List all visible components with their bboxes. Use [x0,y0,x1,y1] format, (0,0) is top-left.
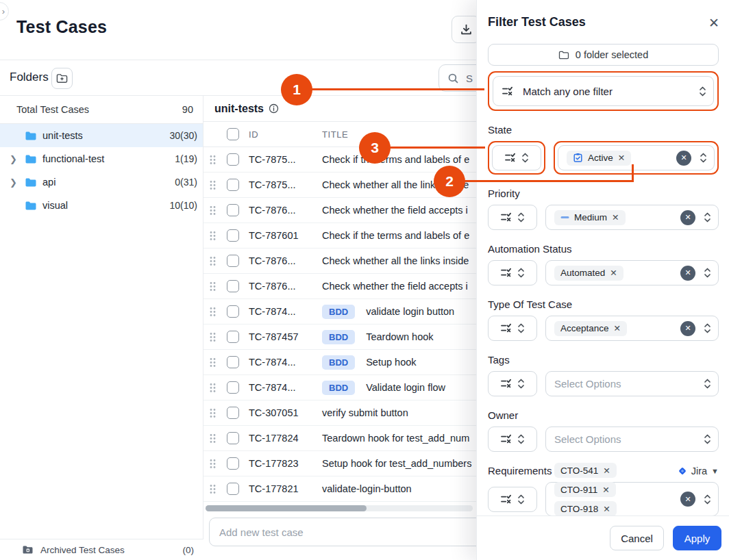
selected-chips: CTO-541✕CTO-911✕CTO-918✕CTO-946✕ [554,463,675,516]
drag-handle-icon[interactable] [210,433,221,444]
table-folder-title: unit-tests [214,103,264,115]
drag-handle-icon[interactable] [210,231,221,241]
apply-button[interactable]: Apply [673,526,721,550]
filter-panel-title: Filter Test Cases [488,15,586,29]
filter-row: Select Options [488,371,719,396]
table-row[interactable]: TC-7874...BDDvalidate login button [203,299,476,324]
sidebar-folder-visual[interactable]: visual10(10) [0,194,203,217]
match-type-mini-select[interactable] [492,145,541,170]
table-row[interactable]: TC-7874...BDDSetup hook [203,350,476,375]
archived-test-cases-row[interactable]: Archived Test Cases (0) [0,539,203,560]
filter-value-select[interactable]: Acceptance✕✕ [545,316,719,341]
remove-chip-icon[interactable]: ✕ [603,504,610,514]
row-checkbox[interactable] [227,229,239,242]
drag-handle-icon[interactable] [210,408,221,418]
jira-integration-select[interactable]: Jira▼ [678,466,719,476]
remove-chip-icon[interactable]: ✕ [612,212,619,222]
match-type-mini-select[interactable] [488,371,537,396]
remove-chip-icon[interactable]: ✕ [618,153,625,163]
test-case-title: BDDValidate login flow [322,381,445,395]
match-type-mini-select[interactable] [488,316,537,341]
expand-chevron-icon[interactable]: ❯ [10,154,25,164]
table-row[interactable]: TC-7876...Check whether the field accept… [203,274,476,299]
drag-handle-icon[interactable] [210,307,221,317]
row-checkbox[interactable] [227,331,239,343]
clear-all-icon[interactable]: ✕ [680,492,695,507]
remove-chip-icon[interactable]: ✕ [603,466,610,476]
match-type-mini-select[interactable] [488,487,537,512]
drag-handle-icon[interactable] [210,205,221,216]
folders-toolbar: Folders S [0,60,476,96]
filter-value-select[interactable]: Select Options [545,427,719,452]
filter-value-select[interactable]: Select Options [545,371,719,396]
table-row[interactable]: TC-7875...Check if the terms and labels … [203,147,476,173]
row-checkbox[interactable] [227,356,239,368]
filter-value-select[interactable]: Medium✕✕ [545,205,719,230]
remove-chip-icon[interactable]: ✕ [614,323,621,333]
filter-label: Type Of Test Case [488,298,572,310]
scrollbar-thumb[interactable] [206,505,367,511]
table-row[interactable]: TC-7874...BDDValidate login flow [203,375,476,400]
clear-all-icon[interactable]: ✕ [676,151,691,166]
filter-value-select[interactable]: Active✕✕ [558,145,715,170]
clear-all-icon[interactable]: ✕ [680,321,695,336]
match-filter-select[interactable]: Match any one filter [493,76,714,106]
table-row[interactable]: TC-177821validate-login-button [203,476,476,502]
select-all-checkbox[interactable] [227,128,239,140]
filter-value-select[interactable]: Automated✕✕ [545,260,719,285]
drag-handle-icon[interactable] [210,281,221,292]
drag-handle-icon[interactable] [210,357,221,368]
chevron-updown-icon [517,322,525,334]
match-type-mini-select[interactable] [488,205,537,230]
filter-value-select[interactable]: CTO-541✕CTO-911✕CTO-918✕CTO-946✕✕ [545,482,719,516]
drag-handle-icon[interactable] [210,383,221,393]
match-type-mini-select[interactable] [488,427,537,452]
sidebar-folder-unit-tests[interactable]: unit-tests30(30) [0,124,203,147]
sidebar-folder-api[interactable]: ❯api0(31) [0,170,203,194]
drag-handle-icon[interactable] [210,484,221,494]
match-type-mini-select[interactable] [488,260,537,285]
drag-handle-icon[interactable] [210,332,221,342]
sidebar-folder-functional-test[interactable]: ❯functional-test1(19) [0,147,203,170]
row-checkbox[interactable] [227,305,239,318]
selected-chips: Active✕ [567,151,671,166]
drag-handle-icon[interactable] [210,155,221,165]
row-checkbox[interactable] [227,153,239,166]
cancel-button[interactable]: Cancel [610,526,664,550]
clear-all-icon[interactable]: ✕ [680,210,695,225]
row-checkbox[interactable] [227,255,239,267]
row-checkbox[interactable] [227,280,239,292]
info-icon[interactable] [269,103,279,114]
chevron-updown-icon [700,152,707,164]
drag-handle-icon[interactable] [210,180,221,190]
expand-chevron-icon[interactable]: ❯ [10,177,25,188]
close-icon[interactable]: ✕ [708,15,719,31]
row-checkbox[interactable] [227,179,239,191]
table-row[interactable]: TC-787601Check if the terms and labels o… [203,223,476,249]
table-row[interactable]: TC-787457BDDTeardown hook [203,324,476,350]
drag-handle-icon[interactable] [210,256,221,266]
row-checkbox[interactable] [227,381,239,394]
clear-all-icon[interactable]: ✕ [680,266,695,281]
collapse-sidebar-button[interactable]: › [0,2,9,21]
table-row[interactable]: TC-177824Teardown hook for test_add_num [203,426,476,451]
horizontal-scrollbar[interactable] [206,505,473,511]
row-checkbox[interactable] [227,483,239,495]
remove-chip-icon[interactable]: ✕ [602,485,609,495]
table-row[interactable]: TC-307051verify submit button [203,400,476,426]
row-checkbox[interactable] [227,204,239,216]
table-row[interactable]: TC-7876...Check whether all the links in… [203,249,476,274]
row-checkbox[interactable] [227,407,239,419]
filter-chip: Active✕ [567,151,631,166]
remove-chip-icon[interactable]: ✕ [610,268,617,278]
priority-medium-icon [560,216,569,219]
folder-selected-button[interactable]: 0 folder selected [488,44,719,66]
row-checkbox[interactable] [227,457,239,470]
add-new-test-case-input[interactable]: Add new test case [209,518,476,546]
chevron-updown-icon [704,494,711,505]
row-checkbox[interactable] [227,432,239,444]
table-row[interactable]: TC-7876...Check whether the field accept… [203,198,476,223]
table-row[interactable]: TC-177823Setup hook for test_add_numbers [203,451,476,476]
drag-handle-icon[interactable] [210,459,221,469]
add-folder-button[interactable] [51,68,73,89]
